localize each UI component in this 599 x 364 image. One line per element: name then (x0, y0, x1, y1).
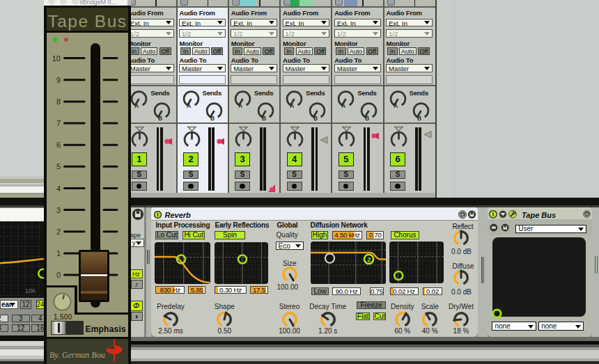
svg-text:B: B (417, 115, 421, 122)
svg-text:2: 2 (367, 255, 371, 262)
svg-text:A: A (238, 102, 242, 109)
svg-text:8: 8 (56, 97, 61, 106)
svg-text:3: 3 (56, 206, 61, 214)
svg-text:4: 4 (56, 184, 61, 193)
svg-text:A: A (134, 102, 139, 109)
svg-text:10K: 10K (25, 287, 36, 294)
svg-text:2: 2 (56, 228, 61, 236)
svg-text:B: B (365, 115, 369, 122)
svg-text:B: B (262, 115, 266, 122)
svg-text:10: 10 (52, 54, 61, 63)
svg-text:B: B (210, 115, 215, 122)
svg-text:1: 1 (56, 249, 61, 258)
svg-text:B: B (313, 115, 318, 122)
svg-text:A: A (187, 102, 191, 109)
svg-text:A: A (290, 102, 294, 109)
svg-text:6: 6 (56, 141, 61, 149)
svg-text:A: A (341, 102, 345, 109)
svg-text:A: A (394, 102, 398, 109)
svg-text:9: 9 (56, 76, 61, 84)
svg-text:0: 0 (56, 271, 61, 279)
svg-text:7: 7 (56, 119, 61, 127)
svg-text:5: 5 (56, 162, 61, 171)
svg-text:B: B (158, 115, 162, 122)
